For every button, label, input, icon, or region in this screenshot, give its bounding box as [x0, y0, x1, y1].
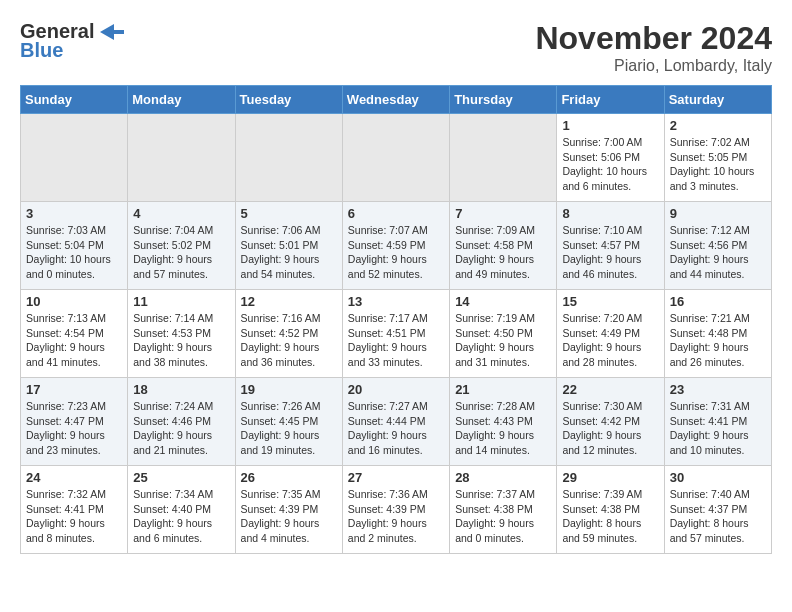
calendar-day-cell [342, 114, 449, 202]
day-info: Sunrise: 7:17 AMSunset: 4:51 PMDaylight:… [348, 311, 444, 370]
day-number: 17 [26, 382, 122, 397]
calendar-day-cell: 18Sunrise: 7:24 AMSunset: 4:46 PMDayligh… [128, 378, 235, 466]
day-number: 2 [670, 118, 766, 133]
day-info: Sunrise: 7:16 AMSunset: 4:52 PMDaylight:… [241, 311, 337, 370]
day-info: Sunrise: 7:21 AMSunset: 4:48 PMDaylight:… [670, 311, 766, 370]
day-info: Sunrise: 7:26 AMSunset: 4:45 PMDaylight:… [241, 399, 337, 458]
day-info: Sunrise: 7:03 AMSunset: 5:04 PMDaylight:… [26, 223, 122, 282]
day-info: Sunrise: 7:31 AMSunset: 4:41 PMDaylight:… [670, 399, 766, 458]
calendar-day-cell: 6Sunrise: 7:07 AMSunset: 4:59 PMDaylight… [342, 202, 449, 290]
calendar-day-cell: 26Sunrise: 7:35 AMSunset: 4:39 PMDayligh… [235, 466, 342, 554]
calendar-day-cell: 7Sunrise: 7:09 AMSunset: 4:58 PMDaylight… [450, 202, 557, 290]
day-number: 12 [241, 294, 337, 309]
location: Piario, Lombardy, Italy [535, 57, 772, 75]
day-number: 14 [455, 294, 551, 309]
day-number: 16 [670, 294, 766, 309]
day-info: Sunrise: 7:37 AMSunset: 4:38 PMDaylight:… [455, 487, 551, 546]
day-number: 18 [133, 382, 229, 397]
weekday-header-cell: Tuesday [235, 86, 342, 114]
day-info: Sunrise: 7:19 AMSunset: 4:50 PMDaylight:… [455, 311, 551, 370]
calendar-day-cell: 13Sunrise: 7:17 AMSunset: 4:51 PMDayligh… [342, 290, 449, 378]
day-info: Sunrise: 7:35 AMSunset: 4:39 PMDaylight:… [241, 487, 337, 546]
calendar-day-cell: 10Sunrise: 7:13 AMSunset: 4:54 PMDayligh… [21, 290, 128, 378]
calendar-day-cell [128, 114, 235, 202]
weekday-header-cell: Monday [128, 86, 235, 114]
day-info: Sunrise: 7:23 AMSunset: 4:47 PMDaylight:… [26, 399, 122, 458]
calendar-day-cell: 25Sunrise: 7:34 AMSunset: 4:40 PMDayligh… [128, 466, 235, 554]
calendar-week-row: 1Sunrise: 7:00 AMSunset: 5:06 PMDaylight… [21, 114, 772, 202]
day-number: 29 [562, 470, 658, 485]
logo: General Blue [20, 20, 124, 62]
calendar-day-cell: 1Sunrise: 7:00 AMSunset: 5:06 PMDaylight… [557, 114, 664, 202]
day-info: Sunrise: 7:39 AMSunset: 4:38 PMDaylight:… [562, 487, 658, 546]
calendar-day-cell: 20Sunrise: 7:27 AMSunset: 4:44 PMDayligh… [342, 378, 449, 466]
calendar-day-cell: 9Sunrise: 7:12 AMSunset: 4:56 PMDaylight… [664, 202, 771, 290]
day-info: Sunrise: 7:02 AMSunset: 5:05 PMDaylight:… [670, 135, 766, 194]
title-block: November 2024 Piario, Lombardy, Italy [535, 20, 772, 75]
calendar-week-row: 17Sunrise: 7:23 AMSunset: 4:47 PMDayligh… [21, 378, 772, 466]
day-number: 7 [455, 206, 551, 221]
calendar-day-cell: 28Sunrise: 7:37 AMSunset: 4:38 PMDayligh… [450, 466, 557, 554]
calendar-week-row: 24Sunrise: 7:32 AMSunset: 4:41 PMDayligh… [21, 466, 772, 554]
day-info: Sunrise: 7:13 AMSunset: 4:54 PMDaylight:… [26, 311, 122, 370]
calendar-day-cell: 27Sunrise: 7:36 AMSunset: 4:39 PMDayligh… [342, 466, 449, 554]
day-info: Sunrise: 7:30 AMSunset: 4:42 PMDaylight:… [562, 399, 658, 458]
day-number: 20 [348, 382, 444, 397]
weekday-header-cell: Saturday [664, 86, 771, 114]
calendar-day-cell: 3Sunrise: 7:03 AMSunset: 5:04 PMDaylight… [21, 202, 128, 290]
calendar-table: SundayMondayTuesdayWednesdayThursdayFrid… [20, 85, 772, 554]
day-info: Sunrise: 7:24 AMSunset: 4:46 PMDaylight:… [133, 399, 229, 458]
calendar-day-cell: 29Sunrise: 7:39 AMSunset: 4:38 PMDayligh… [557, 466, 664, 554]
calendar-day-cell: 21Sunrise: 7:28 AMSunset: 4:43 PMDayligh… [450, 378, 557, 466]
day-info: Sunrise: 7:27 AMSunset: 4:44 PMDaylight:… [348, 399, 444, 458]
day-number: 5 [241, 206, 337, 221]
calendar-day-cell [235, 114, 342, 202]
day-number: 25 [133, 470, 229, 485]
day-number: 19 [241, 382, 337, 397]
logo-blue: Blue [20, 39, 63, 62]
calendar-week-row: 10Sunrise: 7:13 AMSunset: 4:54 PMDayligh… [21, 290, 772, 378]
day-info: Sunrise: 7:06 AMSunset: 5:01 PMDaylight:… [241, 223, 337, 282]
day-number: 22 [562, 382, 658, 397]
calendar-day-cell: 16Sunrise: 7:21 AMSunset: 4:48 PMDayligh… [664, 290, 771, 378]
svg-marker-0 [100, 24, 124, 40]
weekday-header-cell: Sunday [21, 86, 128, 114]
day-info: Sunrise: 7:04 AMSunset: 5:02 PMDaylight:… [133, 223, 229, 282]
calendar-day-cell: 15Sunrise: 7:20 AMSunset: 4:49 PMDayligh… [557, 290, 664, 378]
day-number: 28 [455, 470, 551, 485]
logo-arrow-icon [96, 22, 124, 42]
day-number: 21 [455, 382, 551, 397]
day-info: Sunrise: 7:12 AMSunset: 4:56 PMDaylight:… [670, 223, 766, 282]
day-number: 3 [26, 206, 122, 221]
day-info: Sunrise: 7:28 AMSunset: 4:43 PMDaylight:… [455, 399, 551, 458]
day-number: 23 [670, 382, 766, 397]
day-number: 15 [562, 294, 658, 309]
weekday-header-cell: Friday [557, 86, 664, 114]
calendar-day-cell: 4Sunrise: 7:04 AMSunset: 5:02 PMDaylight… [128, 202, 235, 290]
calendar-body: 1Sunrise: 7:00 AMSunset: 5:06 PMDaylight… [21, 114, 772, 554]
day-info: Sunrise: 7:32 AMSunset: 4:41 PMDaylight:… [26, 487, 122, 546]
calendar-day-cell: 23Sunrise: 7:31 AMSunset: 4:41 PMDayligh… [664, 378, 771, 466]
calendar-day-cell: 22Sunrise: 7:30 AMSunset: 4:42 PMDayligh… [557, 378, 664, 466]
calendar-day-cell: 2Sunrise: 7:02 AMSunset: 5:05 PMDaylight… [664, 114, 771, 202]
month-title: November 2024 [535, 20, 772, 57]
day-info: Sunrise: 7:10 AMSunset: 4:57 PMDaylight:… [562, 223, 658, 282]
day-number: 9 [670, 206, 766, 221]
day-info: Sunrise: 7:34 AMSunset: 4:40 PMDaylight:… [133, 487, 229, 546]
calendar-week-row: 3Sunrise: 7:03 AMSunset: 5:04 PMDaylight… [21, 202, 772, 290]
day-number: 8 [562, 206, 658, 221]
day-info: Sunrise: 7:40 AMSunset: 4:37 PMDaylight:… [670, 487, 766, 546]
weekday-header-cell: Wednesday [342, 86, 449, 114]
day-number: 30 [670, 470, 766, 485]
day-info: Sunrise: 7:36 AMSunset: 4:39 PMDaylight:… [348, 487, 444, 546]
day-info: Sunrise: 7:00 AMSunset: 5:06 PMDaylight:… [562, 135, 658, 194]
day-number: 6 [348, 206, 444, 221]
day-info: Sunrise: 7:14 AMSunset: 4:53 PMDaylight:… [133, 311, 229, 370]
calendar-day-cell [450, 114, 557, 202]
day-info: Sunrise: 7:07 AMSunset: 4:59 PMDaylight:… [348, 223, 444, 282]
weekday-header-row: SundayMondayTuesdayWednesdayThursdayFrid… [21, 86, 772, 114]
calendar-day-cell: 17Sunrise: 7:23 AMSunset: 4:47 PMDayligh… [21, 378, 128, 466]
day-info: Sunrise: 7:20 AMSunset: 4:49 PMDaylight:… [562, 311, 658, 370]
calendar-day-cell [21, 114, 128, 202]
calendar-day-cell: 19Sunrise: 7:26 AMSunset: 4:45 PMDayligh… [235, 378, 342, 466]
